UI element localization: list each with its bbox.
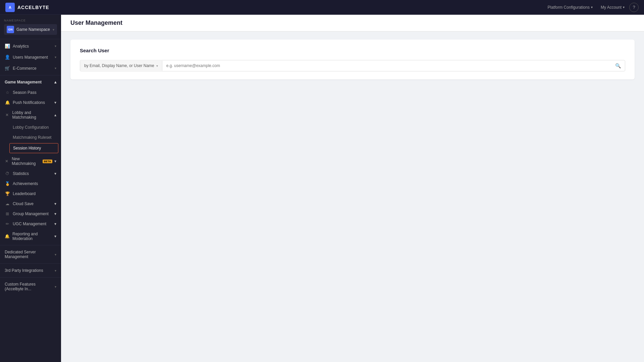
sidebar-item-analytics[interactable]: 📊 Analytics ▾ — [0, 41, 61, 52]
sidebar-item-label: Matchmaking Ruleset — [13, 135, 51, 140]
filter-label: by Email, Display Name, or User Name — [84, 63, 154, 68]
page-content: Search User by Email, Display Name, or U… — [61, 32, 644, 87]
sidebar-item-label: 3rd Party Integrations — [5, 268, 43, 273]
chevron-icon: ▾ — [54, 100, 56, 105]
logo-icon: A — [5, 3, 15, 12]
sidebar-item-label: Push Notifications — [13, 100, 45, 105]
matchmaking-icon: ✕ — [5, 159, 9, 164]
search-input[interactable] — [166, 60, 615, 71]
search-filter-select[interactable]: by Email, Display Name, or User Name ▾ — [80, 61, 162, 71]
namespace-select[interactable]: GN Game Namespace ▾ — [4, 24, 57, 35]
sidebar-item-lobby-matchmaking[interactable]: ✕ Lobby and Matchmaking ▴ — [0, 108, 61, 122]
sidebar-item-label: E-Commerce — [13, 66, 37, 71]
sidebar-item-custom-features[interactable]: Custom Features (Accelbyte In... ▾ — [0, 279, 61, 294]
beta-badge: BETA — [43, 160, 52, 163]
sidebar-item-push-notifications[interactable]: 🔔 Push Notifications ▾ — [0, 98, 61, 108]
users-icon: 👤 — [5, 55, 10, 60]
sidebar-item-label: UGC Management — [13, 222, 46, 226]
my-account-button[interactable]: My Account ▾ — [597, 3, 628, 12]
sidebar-item-label: Game Management — [5, 80, 42, 84]
sidebar-item-third-party[interactable]: 3rd Party Integrations ▾ — [0, 265, 61, 276]
sidebar-item-group-management[interactable]: ⊞ Group Management ▾ — [0, 209, 61, 219]
content-area: User Management Search User by Email, Di… — [61, 15, 644, 362]
sidebar-item-label: Users Management — [13, 55, 48, 60]
namespace-name: Game Namespace — [16, 27, 50, 32]
search-user-title: Search User — [80, 48, 625, 53]
page-title: User Management — [70, 19, 635, 26]
sidebar-item-game-management[interactable]: Game Management ▴ — [0, 77, 61, 87]
chevron-icon: ▾ — [54, 159, 56, 164]
sidebar-item-leaderboard[interactable]: 🏆 Leaderboard — [0, 189, 61, 199]
namespace-label: NAMESPACE — [4, 19, 57, 22]
topbar-right: Platform Configurations ▾ My Account ▾ ? — [544, 3, 639, 12]
chevron-icon: ▾ — [55, 44, 56, 48]
sidebar-item-achievements[interactable]: 🏅 Achievements — [0, 179, 61, 189]
analytics-icon: 📊 — [5, 44, 10, 49]
sidebar-item-label: Session History — [13, 146, 41, 150]
topbar-left: A ACCELBYTE — [5, 3, 49, 12]
chevron-icon: ▾ — [55, 66, 56, 70]
chevron-icon: ▾ — [54, 212, 56, 216]
sidebar-item-reporting-moderation[interactable]: 🔔 Reporting and Moderation ▾ — [0, 229, 61, 244]
chevron-icon: ▾ — [55, 269, 56, 273]
namespace-section: NAMESPACE GN Game Namespace ▾ — [0, 15, 61, 38]
cloud-icon: ☁ — [5, 201, 10, 206]
sidebar-item-ugc-management[interactable]: ✏ UGC Management ▾ — [0, 219, 61, 229]
chevron-icon: ▾ — [54, 234, 56, 239]
search-user-card: Search User by Email, Display Name, or U… — [70, 40, 635, 79]
help-button[interactable]: ? — [629, 3, 639, 12]
sidebar-item-ecommerce[interactable]: 🛒 E-Commerce ▾ — [0, 63, 61, 74]
sidebar-item-label: Lobby and Matchmaking — [12, 110, 52, 120]
sidebar-item-new-matchmaking[interactable]: ✕ New Matchmaking BETA ▾ — [0, 154, 61, 169]
chevron-icon: ▾ — [55, 253, 56, 256]
sidebar-item-dedicated-server[interactable]: Dedicated Server Management ▾ — [0, 247, 61, 262]
sidebar-item-label: Leaderboard — [13, 191, 36, 196]
sidebar-item-matchmaking-ruleset[interactable]: Matchmaking Ruleset — [0, 132, 61, 142]
sidebar-item-label: New Matchmaking — [12, 157, 39, 166]
namespace-chevron-icon: ▾ — [53, 28, 54, 32]
sidebar-item-label: Custom Features (Accelbyte In... — [5, 282, 55, 291]
chevron-icon: ▾ — [54, 171, 56, 176]
group-icon: ⊞ — [5, 212, 10, 216]
reporting-icon: 🔔 — [5, 234, 10, 239]
chevron-down-icon: ▾ — [623, 5, 625, 9]
search-input-wrap: 🔍 — [162, 60, 625, 71]
statistics-icon: ⏱ — [5, 171, 10, 176]
chevron-icon: ▾ — [54, 201, 56, 206]
sidebar-item-label: Analytics — [13, 44, 29, 49]
star-icon: ☆ — [5, 90, 10, 95]
sidebar-item-label: Group Management — [13, 212, 49, 216]
search-icon: 🔍 — [615, 63, 621, 68]
sidebar-item-session-history[interactable]: Session History — [9, 143, 58, 153]
lobby-icon: ✕ — [5, 113, 10, 117]
bell-icon: 🔔 — [5, 100, 10, 105]
sidebar-item-lobby-config[interactable]: Lobby Configuration — [0, 122, 61, 132]
sidebar-item-season-pass[interactable]: ☆ Season Pass — [0, 87, 61, 98]
sidebar-item-cloud-save[interactable]: ☁ Cloud Save ▾ — [0, 199, 61, 209]
chevron-icon: ▴ — [54, 80, 56, 84]
ugc-icon: ✏ — [5, 222, 10, 226]
leaderboard-icon: 🏆 — [5, 191, 10, 196]
chevron-icon: ▾ — [55, 285, 56, 289]
sidebar-item-label: Statistics — [13, 171, 29, 176]
chevron-down-icon: ▾ — [156, 64, 158, 68]
sidebar-item-statistics[interactable]: ⏱ Statistics ▾ — [0, 169, 61, 179]
chevron-down-icon: ▾ — [591, 5, 593, 9]
page-header: User Management — [61, 15, 644, 32]
ecommerce-icon: 🛒 — [5, 66, 10, 71]
sidebar-item-label: Achievements — [13, 181, 38, 186]
sidebar-item-users-management[interactable]: 👤 Users Management ▾ — [0, 52, 61, 63]
sidebar: NAMESPACE GN Game Namespace ▾ 📊 Analytic… — [0, 15, 61, 362]
search-row: by Email, Display Name, or User Name ▾ 🔍 — [80, 60, 625, 71]
logo-text: ACCELBYTE — [17, 5, 49, 10]
sidebar-item-label: Reporting and Moderation — [12, 232, 52, 241]
chevron-icon: ▾ — [55, 55, 56, 59]
platform-configs-button[interactable]: Platform Configurations ▾ — [544, 3, 596, 12]
sidebar-item-label: Lobby Configuration — [13, 125, 49, 130]
chevron-icon: ▴ — [54, 113, 56, 117]
main-layout: NAMESPACE GN Game Namespace ▾ 📊 Analytic… — [0, 15, 644, 362]
namespace-avatar: GN — [7, 26, 14, 33]
achievements-icon: 🏅 — [5, 181, 10, 186]
sidebar-item-label: Cloud Save — [13, 201, 34, 206]
chevron-icon: ▾ — [54, 222, 56, 226]
